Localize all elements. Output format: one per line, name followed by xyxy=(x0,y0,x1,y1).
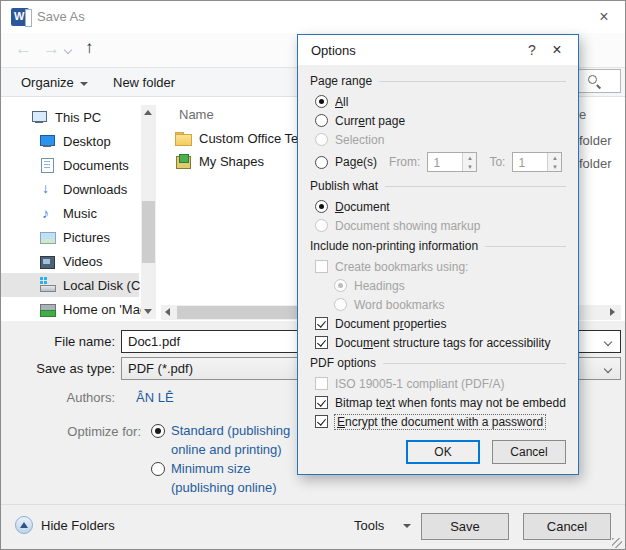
dialog-close-icon[interactable]: × xyxy=(544,41,570,59)
group-header-include-non-printing-information: Include non-printing information xyxy=(310,235,566,257)
checkbox-bitmap-text-when-fonts-may-not-be-embedded[interactable] xyxy=(315,396,328,409)
option-label: Document properties xyxy=(335,317,446,331)
option-row-bitmap-text-when-fonts-may-not-be-embedded: Bitmap text when fonts may not be embedd… xyxy=(310,393,566,412)
save-as-window: Save As × ← → ↑ « DocLoiMat › Documents … xyxy=(0,0,626,550)
authors-value[interactable]: ÂN LÊ xyxy=(136,390,174,405)
hide-folders-button[interactable]: Hide Folders xyxy=(41,518,115,533)
dialog-cancel-button[interactable]: Cancel xyxy=(492,440,566,464)
chevron-down-icon[interactable] xyxy=(604,338,612,346)
sidebar-item-desktop[interactable]: Desktop xyxy=(1,129,139,153)
new-folder-button[interactable]: New folder xyxy=(113,75,175,90)
to-spinner: 1▲▼ xyxy=(512,152,562,172)
forward-icon[interactable]: → xyxy=(43,39,60,59)
pictures-icon xyxy=(39,229,55,245)
option-label: ISO 19005-1 compliant (PDF/A) xyxy=(335,377,504,391)
checkbox-document-structure-tags-for-accessibility[interactable] xyxy=(315,336,328,349)
group-divider xyxy=(485,246,566,247)
option-row-encrypt-the-document-with-a-password: Encrypt the document with a password xyxy=(310,412,566,431)
radio-document[interactable] xyxy=(315,200,328,213)
tools-button[interactable]: Tools xyxy=(354,518,384,533)
hide-folders-icon xyxy=(15,516,33,534)
music-icon xyxy=(39,205,55,221)
window-title: Save As xyxy=(37,9,85,24)
tools-dropdown-icon[interactable] xyxy=(403,524,411,528)
optimize-standard-label[interactable]: Standard (publishing online and printing… xyxy=(171,421,290,459)
authors-label: Authors: xyxy=(3,390,115,405)
type-column-header-fragment: e xyxy=(579,107,586,122)
recent-locations-chevron-icon[interactable] xyxy=(64,46,72,54)
option-label: Bitmap text when fonts may not be embedd… xyxy=(335,396,566,410)
save-as-type-value: PDF (*.pdf) xyxy=(128,361,193,376)
radio-document-showing-markup xyxy=(315,219,328,232)
dialog-buttons: OK Cancel xyxy=(298,440,578,464)
scroll-up-icon[interactable] xyxy=(144,110,152,115)
download-icon xyxy=(39,181,55,197)
file-type-fragment: folder xyxy=(579,133,612,148)
optimize-for-label: Optimize for: xyxy=(29,424,141,439)
sidebar-item-downloads[interactable]: Downloads xyxy=(1,177,139,201)
option-row-document-showing-markup: Document showing markup xyxy=(310,216,566,235)
shapes-icon xyxy=(175,153,191,169)
checkbox-document-properties[interactable] xyxy=(315,317,328,330)
group-header-page-range: Page range xyxy=(310,70,566,92)
sidebar-scrollbar[interactable] xyxy=(141,105,156,319)
scrollbar-thumb[interactable] xyxy=(142,201,155,263)
radio-current-page[interactable] xyxy=(315,114,328,127)
desktop-icon xyxy=(39,133,55,149)
cancel-button[interactable]: Cancel xyxy=(523,513,611,540)
file-row-custom-office-ter[interactable]: Custom Office Ter xyxy=(175,127,303,149)
scroll-right-icon[interactable] xyxy=(610,308,615,316)
ok-button[interactable]: OK xyxy=(406,440,480,464)
file-name-value: Doc1.pdf xyxy=(128,334,180,349)
options-dialog-titlebar: Options ? × xyxy=(298,35,578,65)
sidebar-item-music[interactable]: Music xyxy=(1,201,139,225)
group-divider xyxy=(385,186,566,187)
window-close-icon[interactable]: × xyxy=(593,6,615,28)
sidebar-item-pictures[interactable]: Pictures xyxy=(1,225,139,249)
scroll-down-icon[interactable] xyxy=(144,309,152,314)
navigation-pane: This PCDesktopDocumentsDownloadsMusicPic… xyxy=(1,105,139,321)
sidebar-item-videos[interactable]: Videos xyxy=(1,249,139,273)
option-row-all: All xyxy=(310,92,566,111)
to-label: To: xyxy=(489,155,505,169)
option-label: Word bookmarks xyxy=(354,298,444,312)
checkbox-create-bookmarks-using xyxy=(315,260,328,273)
dialog-help-icon[interactable]: ? xyxy=(520,42,544,58)
up-icon[interactable]: ↑ xyxy=(85,38,94,58)
spinner-up-icon: ▲ xyxy=(548,153,561,162)
resize-grip[interactable] xyxy=(612,538,622,548)
spinner-up-icon: ▲ xyxy=(463,153,476,162)
sidebar-item-local-disk-c[interactable]: Local Disk (C:) xyxy=(1,273,139,297)
optimize-standard-radio[interactable] xyxy=(151,424,165,438)
back-icon[interactable]: ← xyxy=(15,39,32,59)
radio-selection xyxy=(315,133,328,146)
chevron-down-icon[interactable] xyxy=(604,365,612,373)
folder-icon xyxy=(175,130,191,146)
sidebar-item-this-pc[interactable]: This PC xyxy=(1,105,139,129)
spinner-down-icon: ▼ xyxy=(463,162,476,171)
checkbox-encrypt-the-document-with-a-password[interactable] xyxy=(315,415,328,428)
name-column-header[interactable]: Name xyxy=(179,107,214,122)
option-label: Encrypt the document with a password xyxy=(335,415,545,429)
title-bar: Save As × xyxy=(1,1,625,33)
file-row-my-shapes[interactable]: My Shapes xyxy=(175,150,264,172)
videos-icon xyxy=(39,253,55,269)
radio-all[interactable] xyxy=(315,95,328,108)
organize-button[interactable]: Organize xyxy=(21,75,88,90)
save-button[interactable]: Save xyxy=(421,513,509,540)
optimize-minimum-label[interactable]: Minimum size (publishing online) xyxy=(171,459,277,497)
option-row-page-s: Page(s)From:1▲▼To:1▲▼ xyxy=(310,149,566,175)
optimize-minimum-radio[interactable] xyxy=(151,462,165,476)
option-row-selection: Selection xyxy=(310,130,566,149)
options-dialog-body: Page rangeAllCurrent pageSelectionPage(s… xyxy=(298,65,578,431)
scroll-left-icon[interactable] xyxy=(165,308,170,316)
sidebar-item-home-on-mac[interactable]: Home on 'Mac' xyxy=(1,297,139,321)
option-row-document-properties: Document properties xyxy=(310,314,566,333)
sidebar-item-documents[interactable]: Documents xyxy=(1,153,139,177)
from-label: From: xyxy=(389,155,420,169)
pc-icon xyxy=(31,109,47,125)
checkbox-iso-19005-1-compliant-pdf-a xyxy=(315,377,328,390)
group-header-pdf-options: PDF options xyxy=(310,352,566,374)
options-dialog: Options ? × Page rangeAllCurrent pageSel… xyxy=(297,34,579,475)
radio-page-s[interactable] xyxy=(315,156,328,169)
